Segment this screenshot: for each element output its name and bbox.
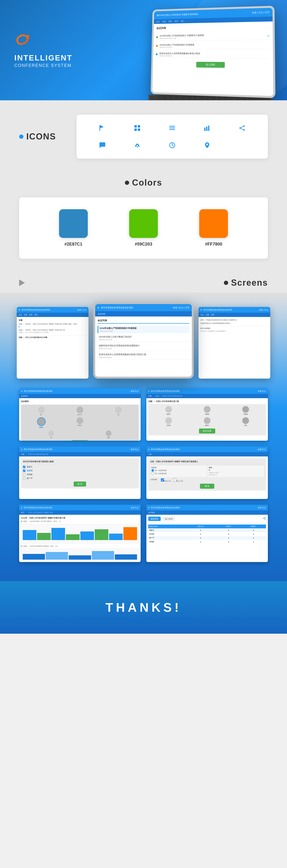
logo-icon [15,32,31,49]
meeting-list-item-1[interactable]: 2016年全国人产培训阶段统计年线报道 2016-04-14 14:00 [97,326,190,333]
svg-line-16 [241,128,243,130]
svg-rect-1 [135,125,137,128]
meeting-row-2[interactable]: 2016年全国人产培训阶段统计年线报道 2016-04-14 14:00 [156,42,270,50]
signin-body: 会议签到 张一 林广平 钱 [19,398,141,441]
side-left-body: 议题 议题一：2016年，天府人才行动"知市行""校园行"专项引进工作费人报告（… [17,317,88,342]
screens-title-section: Screens [0,273,287,292]
center-nav: 会议列表 [95,311,192,316]
check-item-2[interactable]: 张克利 [23,469,137,472]
side-right-nav: 会议议题投票 [199,313,270,317]
tab-input-report[interactable]: 输入报表 [163,517,175,521]
svg-rect-4 [138,128,140,131]
screens-row: 枣庄市智慧会务管理信息业务系统 欢迎 | 孔云 会议议题投票签到 议题 议题一：… [19,302,268,379]
table-row-4: 张海路 2 3 2 [148,540,266,544]
meeting-row-1[interactable]: 2016年全国人才培训情况统计·专题查询·汇报系统 2016-03-25 15:… [156,32,270,41]
meeting-row-3[interactable]: 某省专业技术人员管理系统数据分析统计情况 2016-03-25 15:00 [156,51,270,58]
check-item-4[interactable]: 林广平 [23,477,137,479]
icons-grid [77,115,268,159]
screen-vote: 枣庄市智慧会务管理信息业务系统 欢迎 孔云 议题 议题一：天府人才行动专项引进工… [146,388,268,441]
svg-point-17 [137,146,138,147]
share-report-icon[interactable] [263,517,266,521]
bar2-1 [23,554,45,560]
bar-5 [80,531,94,540]
confirm-signin-btn[interactable]: 确认签到 [72,440,88,441]
col-votes2: 知市行 [216,525,241,528]
cell-v1-4: 2 [185,540,216,544]
screen-signin: 枣庄市智慧会务管理信息业务系统 欢迎 孔云 会议签到 会议签到 张一 [19,388,141,441]
bar2-5 [115,554,137,560]
side-right-body: 还有，下知知识培训内容关注与推进工作进程中心 某省特别技术人员管理系统数据分析统… [199,317,270,334]
check-item-1[interactable]: 徐家立 [23,466,137,468]
hero-title-main: INTELLIGENT [15,54,73,62]
color-orange: #FF7800 [199,209,228,247]
check-item-3[interactable]: 张海路 [23,473,137,476]
report-header: 枣庄市智慧会务管理信息业务系统 欢迎 孔云 [146,505,268,510]
icons-section: ICONS [0,100,287,173]
cell-name-1: 徐家立 [148,528,185,532]
side-left-header: 枣庄市智慧会务管理信息业务系统 欢迎 | 孔云 [17,307,88,313]
checklist-nav: 分发 天府人才行动专项引进工程 [19,452,141,457]
report-tabs: 触摸报表 输入报表 [148,517,266,523]
bar-6 [95,529,108,540]
svg-rect-7 [169,129,175,130]
cell-v1-2: 4 [185,532,216,536]
vote-body: 议题一：天府人才行动专项引进工程 徐家立 张家贤 李国强 [146,398,268,441]
cell-v3-3: 5 [241,536,266,540]
colors-card: #2E87C1 #59C203 #FF7800 [19,197,268,259]
vote-detail-confirm-btn[interactable]: 确 定 [200,484,214,489]
bar-chart-container: 1 2 3 4 5 6 7 8 [21,524,139,544]
orange-hex: #FF7800 [205,242,222,247]
avatar-5: 钱 [23,430,79,439]
screens-dot [224,281,228,285]
cell-v2-4: 3 [216,540,241,544]
ipad-enter-btn[interactable]: 进入系统 [196,62,225,68]
screens-title: Screens [231,278,268,288]
col-votes1: 天府人才 [185,525,216,528]
hero-ipad-mockup: 2016年全国人才培训情况·专题查询·管理系统 欢迎 | 孔云 | 主页 会议议… [148,7,272,100]
list-icon [158,122,186,134]
logo-container [15,32,73,49]
center-header: 枣庄市智慧会务管理信息业务系统 欢迎 | 孔云 | 主页 [95,304,192,311]
cell-v1-3: 3 [185,536,216,540]
svg-point-22 [265,517,266,518]
signin-header: 枣庄市智慧会务管理信息业务系统 欢迎 孔云 [19,388,141,394]
thanks-section: THANKS! [0,581,287,634]
meeting-list-item-2[interactable]: 2016年全国人才统计数据汇报总结 2016-04-14 14:00 [97,334,190,342]
small-screens-grid: 枣庄市智慧会务管理信息业务系统 欢迎 孔云 会议签到 会议签到 张一 [19,388,268,499]
vote-dialog: 徐家立 张家贤 李国强 张克利 [148,404,266,435]
icons-title-container: ICONS [19,132,62,142]
location-icon [193,139,221,151]
cell-v2-2: 5 [216,532,241,536]
broadcast-icon [123,139,151,151]
cell-v1-1: 5 [185,528,216,532]
bar2-3 [69,555,91,560]
stats-nav: 统计 天府人才行动'知市行''校园行'专项 [19,510,141,515]
colors-dot [125,181,129,185]
side-right-header: 枣庄市智慧会务管理信息业务系统 欢迎 | 孔云 [199,307,270,313]
green-hex: #59C203 [135,242,152,247]
tab-touch-report[interactable]: 触摸报表 [148,517,161,521]
submit-vote-btn[interactable]: 提交结果 [199,429,215,434]
table-row-3: 林广平 3 4 5 [148,536,266,540]
col-name: 候选人姓名 [148,525,185,528]
checklist-dialog: 关天才行动专项引进工程负责人推选 徐家立 张克利 张海路 林广平 [21,458,139,489]
hero-section: INTELLIGENT CONFERENCE SYSTEM 2016年全国人才培… [0,0,287,100]
checklist-submit-btn[interactable]: 提 交 [74,482,86,487]
bar2-2 [46,552,68,560]
stats-subtitle: ▶ 议题二：2016年全省投资工程情况（单元：亿） [21,545,139,548]
chat-icon [88,139,116,151]
cell-name-2: 张克利 [148,532,185,536]
svg-rect-2 [138,125,140,128]
flag-icon [88,122,116,134]
ipad-body: 会议列表 2016年全国人才培训情况统计·专题查询·汇报系统 2016-03-2… [152,22,274,96]
side-screen-right: 枣庄市智慧会务管理信息业务系统 欢迎 | 孔云 会议议题投票 还有，下知知识培训… [199,307,270,379]
side-left-nav: 会议议题投票签到 [17,313,88,317]
hero-content-left: INTELLIGENT CONFERENCE SYSTEM [15,32,73,68]
meeting-list-item-4[interactable]: 某省专业技术人员管理系统数据分析统计情况汇报 2016-03-25 15:00 [97,352,190,360]
avatar-4: 林学正 [61,417,98,429]
avatar-highlighted: 徐家立 [23,417,60,429]
svg-rect-6 [169,128,175,128]
color-green: #59C203 [129,209,158,247]
vote-nav: 议题 议题一：天府人才行动专项引进工程 [146,394,268,398]
meeting-list-item-3[interactable]: 成都市按月同比住宅用地供应情况调查统计 2016-03-25 15:00 [97,343,190,351]
